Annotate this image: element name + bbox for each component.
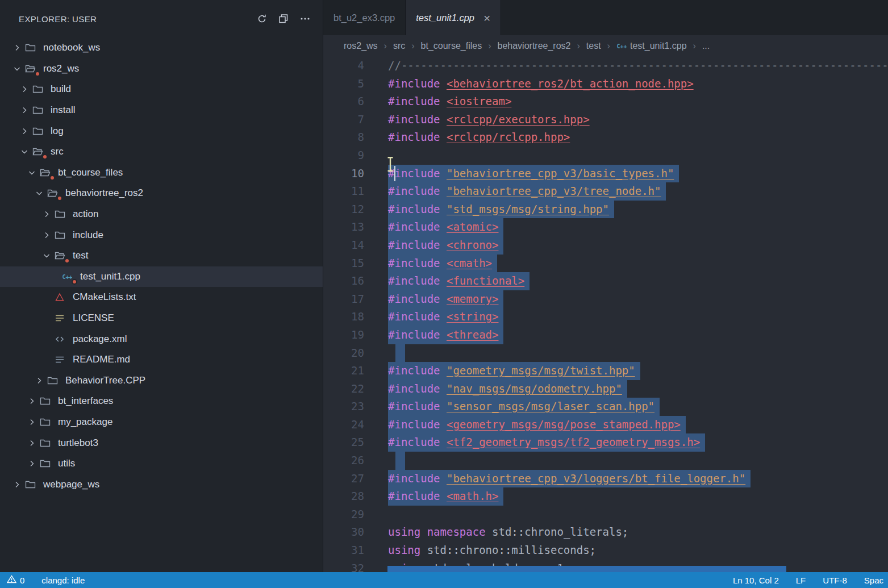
line-content[interactable]: //--------------------------------------… (388, 57, 888, 75)
line-content[interactable]: #include <geometry_msgs/msg/pose_stamped… (388, 416, 686, 434)
line-content[interactable]: #include "geometry_msgs/msg/twist.hpp" (388, 362, 640, 380)
tree-folder-ros2_ws[interactable]: ros2_ws (0, 59, 323, 80)
line-content[interactable]: #include "behaviortree_cpp_v3/loggers/bt… (388, 470, 751, 488)
line-content[interactable]: #include <string> (388, 308, 503, 326)
line-content[interactable]: #include <cmath> (388, 255, 497, 273)
line-content[interactable]: #include <rclcpp/rclcpp.hpp> (388, 128, 570, 147)
refresh-icon[interactable] (256, 12, 268, 25)
line-number[interactable]: 4 (323, 57, 364, 75)
line-number[interactable]: 23 (323, 398, 364, 416)
line-content[interactable]: #include <math.h> (388, 487, 503, 506)
breadcrumb-item-bt_course_files[interactable]: bt_course_files (421, 41, 482, 51)
line-content[interactable] (395, 344, 405, 362)
line-number[interactable]: 7 (323, 111, 364, 129)
tree-file-test_unit1.cpp[interactable]: C++test_unit1.cpp (0, 266, 323, 287)
tree-file-package.xml[interactable]: package.xml (0, 328, 323, 349)
line-number[interactable]: 28 (323, 487, 364, 506)
line-number[interactable]: 13 (323, 218, 364, 236)
tree-folder-BehaviorTree.CPP[interactable]: BehaviorTree.CPP (0, 370, 323, 391)
eol-indicator[interactable]: LF (794, 576, 808, 585)
breadcrumb-item-test[interactable]: test (586, 41, 601, 51)
chevron-right-icon[interactable] (31, 375, 47, 386)
tab-bt_u2_ex3.cpp[interactable]: bt_u2_ex3.cpp (323, 0, 406, 35)
line-content[interactable]: #include "behaviortree_cpp_v3/tree_node.… (388, 182, 666, 201)
tree-folder-utils[interactable]: utils (0, 453, 323, 474)
indentation-indicator[interactable]: Spac (862, 576, 886, 585)
horizontal-scrollbar[interactable] (387, 566, 786, 572)
line-content[interactable]: using namespace std::chrono_literals; (388, 523, 628, 541)
chevron-right-icon[interactable] (9, 479, 25, 490)
line-content[interactable]: #include "nav_msgs/msg/odometry.hpp" (388, 380, 627, 398)
line-number[interactable]: 21 (323, 362, 364, 380)
problems-indicator[interactable]: 0 (5, 575, 27, 585)
editors-icon[interactable] (277, 12, 290, 25)
line-number[interactable]: 19 (323, 326, 364, 344)
chevron-right-icon[interactable] (24, 458, 40, 469)
chevron-right-icon[interactable] (16, 105, 32, 116)
clangd-status[interactable]: clangd: idle (39, 576, 87, 585)
chevron-down-icon[interactable] (9, 63, 25, 74)
line-number[interactable]: 17 (323, 290, 364, 308)
tree-folder-bt_interfaces[interactable]: bt_interfaces (0, 391, 323, 412)
line-number[interactable]: 8 (323, 128, 364, 147)
tree-folder-include[interactable]: include (0, 224, 323, 245)
line-content[interactable]: #include <tf2_geometry_msgs/tf2_geometry… (388, 433, 705, 452)
line-number[interactable]: 11 (323, 182, 364, 201)
line-content[interactable]: #include <iostream> (388, 93, 511, 111)
tree-folder-webpage_ws[interactable]: webpage_ws (0, 474, 323, 495)
chevron-right-icon[interactable] (16, 84, 32, 95)
line-number[interactable]: 26 (323, 452, 364, 470)
line-content[interactable]: #include <memory> (388, 290, 503, 308)
tree-folder-build[interactable]: build (0, 79, 323, 100)
line-content[interactable] (395, 452, 405, 470)
chevron-right-icon[interactable] (39, 230, 55, 241)
line-number[interactable]: 12 (323, 201, 364, 219)
line-content[interactable]: #include <thread> (388, 326, 503, 344)
breadcrumb-item-ros2_ws[interactable]: ros2_ws (344, 41, 378, 51)
chevron-right-icon[interactable] (24, 437, 40, 449)
tree-folder-install[interactable]: install (0, 100, 323, 121)
tree-folder-test[interactable]: test (0, 245, 323, 266)
line-number[interactable]: 30 (323, 523, 364, 541)
line-number[interactable]: 27 (323, 470, 364, 488)
chevron-down-icon[interactable] (39, 250, 55, 261)
line-content[interactable]: #include "behaviortree_cpp_v3/basic_type… (388, 165, 679, 183)
line-content[interactable]: #include <atomic> (388, 218, 503, 236)
line-content[interactable]: #include <behaviortree_ros2/bt_action_no… (388, 75, 694, 93)
line-number[interactable]: 14 (323, 236, 364, 255)
line-number[interactable]: 15 (323, 255, 364, 273)
chevron-right-icon[interactable] (9, 42, 25, 53)
line-content[interactable]: using std::chrono::milliseconds; (388, 541, 596, 560)
tree-folder-behaviortree_ros2[interactable]: behaviortree_ros2 (0, 183, 323, 204)
more-icon[interactable] (299, 12, 311, 25)
close-icon[interactable]: × (483, 12, 490, 24)
tree-folder-bt_course_files[interactable]: bt_course_files (0, 162, 323, 184)
cursor-position[interactable]: Ln 10, Col 2 (731, 576, 781, 585)
line-number[interactable]: 24 (323, 416, 364, 434)
line-number[interactable]: 29 (323, 506, 364, 524)
breadcrumb-item-test_unit1.cpp[interactable]: C++test_unit1.cpp (616, 41, 687, 51)
tree-file-README.md[interactable]: README.md (0, 349, 323, 370)
tree-folder-action[interactable]: action (0, 204, 323, 225)
chevron-right-icon[interactable] (39, 208, 55, 220)
tab-test_unit1.cpp[interactable]: test_unit1.cpp× (406, 0, 501, 35)
line-number[interactable]: 32 (323, 560, 364, 572)
line-content[interactable]: #include <chrono> (388, 236, 503, 255)
line-number[interactable]: 9 (323, 147, 364, 165)
chevron-right-icon[interactable] (24, 395, 40, 407)
line-number[interactable]: 25 (323, 433, 364, 452)
line-content[interactable]: #include <functional> (388, 272, 530, 290)
tree-file-LICENSE[interactable]: LICENSE (0, 308, 323, 329)
breadcrumb-item-behaviortree_ros2[interactable]: behaviortree_ros2 (498, 41, 571, 51)
breadcrumb-item-...[interactable]: ... (702, 41, 710, 51)
line-content[interactable]: #include <rclcpp/executors.hpp> (388, 111, 590, 129)
line-number[interactable]: 20 (323, 344, 364, 362)
breadcrumb-item-src[interactable]: src (393, 41, 405, 51)
line-content[interactable]: #include "sensor_msgs/msg/laser_scan.hpp… (388, 398, 660, 416)
tree-folder-notebook_ws[interactable]: notebook_ws (0, 37, 323, 59)
chevron-down-icon[interactable] (16, 146, 32, 157)
tree-file-CMakeLists.txt[interactable]: CMakeLists.txt (0, 287, 323, 308)
chevron-right-icon[interactable] (16, 126, 32, 137)
tree-folder-my_package[interactable]: my_package (0, 412, 323, 433)
line-number[interactable]: 10 (323, 165, 364, 183)
